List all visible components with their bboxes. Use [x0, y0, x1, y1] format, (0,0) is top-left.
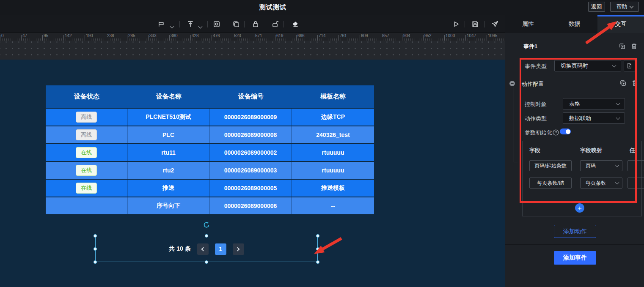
lock-icon[interactable]: [251, 20, 260, 28]
field-extra-input[interactable]: [627, 178, 644, 189]
field-map-select[interactable]: 页码: [580, 160, 622, 171]
rotate-handle-icon[interactable]: [203, 221, 210, 229]
field-extra-input[interactable]: [627, 160, 644, 171]
question-icon[interactable]: [552, 129, 558, 134]
pagination-selection-box[interactable]: 共 10 条 1: [95, 236, 318, 262]
group-icon[interactable]: [212, 20, 221, 28]
field-map-select[interactable]: 每页条数: [580, 178, 622, 189]
table-cell-code: 0000026089000002: [210, 144, 292, 161]
resize-handle-n[interactable]: [205, 234, 208, 238]
design-canvas[interactable]: 设备状态设备名称设备编号模板名称 离线PLCNET510测试0000026089…: [0, 60, 505, 287]
ruler-mark: 523: [234, 33, 241, 38]
field-input[interactable]: 页码/起始条数: [529, 160, 572, 171]
toolbar-divider: [179, 21, 180, 27]
chevron-down-icon[interactable]: [171, 22, 173, 30]
tab-interaction[interactable]: 交互: [597, 15, 644, 33]
eraser-icon[interactable]: [291, 20, 300, 28]
table-header-cell: 模板名称: [292, 85, 374, 108]
play-icon[interactable]: [452, 20, 460, 28]
editor-window: 测试测试 返回 帮助 »: [0, 0, 644, 287]
table-cell-name: PLCNET510测试: [128, 109, 210, 126]
flag-icon[interactable]: [157, 20, 166, 28]
status-badge: 在线: [76, 165, 97, 176]
table-cell-name: 序号向下: [128, 197, 210, 214]
action-type-value: 数据联动: [569, 115, 616, 122]
chevron-down-icon: [629, 4, 633, 8]
ruler-mark: 857: [382, 33, 389, 38]
chevron-down-icon[interactable]: [199, 22, 202, 30]
ruler-mark: 285: [128, 33, 135, 38]
table-cell-status: 离线: [46, 109, 128, 126]
add-event-button[interactable]: 添加事件: [554, 251, 596, 265]
align-top-icon[interactable]: [186, 20, 195, 28]
add-action-button[interactable]: 添加动作: [554, 225, 596, 238]
tab-properties[interactable]: 属性: [505, 15, 551, 33]
ruler-mark: 142: [65, 33, 72, 38]
tab-data[interactable]: 数据: [551, 15, 598, 33]
collapse-action-icon[interactable]: [509, 80, 516, 87]
table-cell-status: 离线: [46, 126, 128, 143]
table-cell-status: 在线: [46, 162, 128, 179]
param-init-toggle[interactable]: [560, 128, 571, 134]
resize-handle-se[interactable]: [316, 260, 319, 264]
page-title: 测试测试: [259, 3, 286, 11]
ruler-mark: 904: [403, 33, 410, 38]
action-type-select[interactable]: 数据联动: [563, 112, 625, 124]
resize-handle-s[interactable]: [205, 260, 208, 264]
field-column-header: 字段: [529, 147, 540, 154]
table-cell-code: 0000026089000008: [210, 126, 292, 143]
copy-event-icon[interactable]: [619, 43, 626, 50]
resize-handle-nw[interactable]: [94, 234, 97, 238]
unlock-icon[interactable]: [271, 20, 279, 28]
duplicate-icon[interactable]: [232, 20, 240, 28]
delete-event-icon[interactable]: [630, 43, 638, 50]
prev-page-button[interactable]: [197, 243, 209, 255]
control-object-label: 控制对象: [525, 101, 547, 108]
ruler-mark: 666: [297, 33, 305, 38]
event-type-select[interactable]: 切换页码时: [554, 60, 621, 71]
resize-handle-e[interactable]: [316, 247, 319, 251]
help-button-label: 帮助: [616, 3, 627, 11]
action-config-label: 动作配置: [522, 80, 544, 88]
device-table-body: 离线PLCNET510测试0000026089000009边缘TCP离线PLC0…: [46, 109, 374, 214]
resize-handle-w[interactable]: [94, 247, 97, 251]
status-badge: 在线: [76, 147, 97, 158]
table-cell-status: [46, 197, 128, 214]
delete-action-icon[interactable]: [631, 79, 638, 87]
ruler-mark: 1047: [467, 33, 476, 38]
back-button[interactable]: 返回: [588, 2, 605, 12]
ruler-mark: 1000: [446, 33, 455, 38]
ruler-mark: 428: [192, 33, 199, 38]
save-icon[interactable]: [471, 20, 479, 28]
toolbar-divider: [465, 21, 465, 27]
publish-icon[interactable]: [491, 20, 499, 28]
table-cell-code: 0000026089000003: [210, 162, 292, 179]
table-cell-template: 边缘TCP: [292, 109, 374, 126]
status-badge: 离线: [76, 129, 97, 140]
ruler-mark: 952: [424, 33, 432, 38]
ruler-mark: 476: [213, 33, 220, 38]
table-cell-status: 在线: [46, 180, 128, 197]
control-object-select[interactable]: 表格: [563, 98, 625, 109]
ruler-mark: 238: [107, 33, 114, 38]
resize-handle-sw[interactable]: [94, 260, 97, 264]
control-object-value: 表格: [569, 100, 616, 108]
help-button[interactable]: 帮助: [610, 2, 639, 12]
toolbar-divider: [283, 21, 284, 27]
resize-handle-ne[interactable]: [316, 234, 319, 238]
add-mapping-button[interactable]: +: [575, 203, 584, 213]
table-row: 在线rtu20000026089000003rtuuuuu: [46, 162, 374, 179]
field-input[interactable]: 每页条数/结: [529, 178, 572, 189]
horizontal-ruler: 0479514219023828533338042847652357161966…: [0, 33, 505, 41]
copy-action-icon[interactable]: [619, 79, 627, 87]
event-script-button[interactable]: [624, 60, 635, 71]
next-page-button[interactable]: [233, 243, 244, 255]
table-cell-status: 在线: [46, 144, 128, 161]
ruler-mark: 333: [149, 33, 157, 38]
current-page-button[interactable]: 1: [215, 243, 226, 255]
toolbar-divider: [484, 21, 485, 27]
table-row: 在线推送0000026089000005推送模板: [46, 180, 374, 197]
device-table-header: 设备状态设备名称设备编号模板名称: [46, 85, 374, 108]
device-table-widget[interactable]: 设备状态设备名称设备编号模板名称 离线PLCNET510测试0000026089…: [46, 85, 374, 214]
ruler-mark: 95: [44, 33, 48, 38]
